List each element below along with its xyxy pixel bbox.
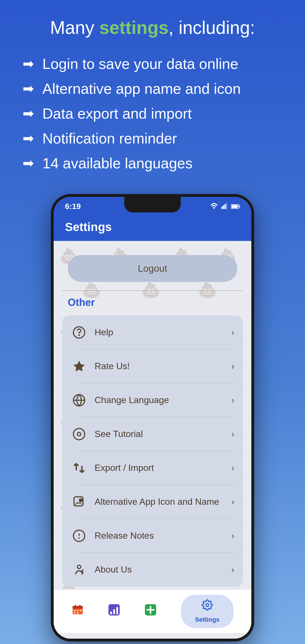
chevron-release-notes: › <box>231 530 234 541</box>
globe-icon <box>71 392 88 409</box>
menu-label-help: Help <box>95 327 224 338</box>
feature-item: ➡Alternative app name and icon <box>23 78 282 100</box>
bottom-nav: Settings <box>54 589 251 633</box>
app-icon-icon <box>71 493 88 510</box>
chevron-rate-us: › <box>231 361 234 371</box>
feature-item: ➡14 available languages <box>23 152 282 174</box>
tutorial-icon <box>71 426 88 443</box>
chevron-export-import: › <box>231 463 234 473</box>
screen-content: 💩 💩 💩 💩 💩 💩 💩 💩 💩 💩 💩 💩 💩 💩 💩 💩 <box>54 241 251 639</box>
arrow-icon: ➡ <box>23 153 34 173</box>
header-title: Many settings, including: <box>23 17 282 39</box>
header-title-start: Many <box>50 18 99 38</box>
menu-label-about-us: About Us <box>95 564 224 575</box>
svg-point-11 <box>77 432 81 436</box>
chevron-about-us: › <box>231 564 234 575</box>
svg-rect-3 <box>226 203 227 209</box>
transfer-icon <box>71 460 88 477</box>
release-notes-icon <box>71 527 88 544</box>
settings-nav-label: Settings <box>195 616 220 623</box>
arrow-icon: ➡ <box>23 79 34 99</box>
svg-rect-2 <box>225 204 226 209</box>
phone-wrapper: 6:19 ☁ <box>0 194 305 641</box>
features-list: ➡Login to save your data online➡Alternat… <box>23 53 282 174</box>
menu-label-change-language: Change Language <box>95 395 224 405</box>
logout-button[interactable]: Logout <box>68 255 237 282</box>
nav-item-add[interactable] <box>144 604 157 619</box>
help-icon <box>71 324 88 341</box>
feature-item: ➡Notification reminder <box>23 127 282 149</box>
menu-item-see-tutorial[interactable]: See Tutorial › <box>62 417 243 451</box>
menu-card: Help › Rate Us! › <box>62 316 243 587</box>
chevron-alt-app-icon: › <box>231 497 234 507</box>
svg-rect-23 <box>77 610 79 611</box>
signal-icon <box>221 202 228 211</box>
star-icon <box>71 358 88 375</box>
app-bar-title: Settings <box>65 220 112 234</box>
menu-item-export-import[interactable]: Export / Import › <box>62 451 243 485</box>
svg-point-13 <box>79 499 82 502</box>
svg-rect-5 <box>232 205 238 208</box>
status-icons <box>210 202 240 211</box>
settings-nav-icon <box>202 599 213 612</box>
arrow-icon: ➡ <box>23 103 34 124</box>
svg-point-34 <box>206 604 209 606</box>
svg-point-10 <box>73 428 85 440</box>
wifi-icon <box>210 202 218 211</box>
svg-rect-22 <box>74 610 75 611</box>
svg-rect-0 <box>221 206 223 209</box>
menu-item-rate-us[interactable]: Rate Us! › <box>62 349 243 383</box>
menu-item-change-language[interactable]: Change Language › <box>62 383 243 417</box>
svg-rect-24 <box>80 610 82 611</box>
calendar-nav-icon <box>71 604 84 619</box>
chart-nav-icon <box>108 604 120 619</box>
menu-label-alt-app-icon: Alternative App Icon and Name <box>95 497 224 507</box>
menu-item-alt-app-icon[interactable]: Alternative App Icon and Name › <box>62 485 243 519</box>
feature-text: Alternative app name and icon <box>42 78 241 100</box>
menu-item-help[interactable]: Help › <box>62 316 243 349</box>
section-other-header: Other <box>54 291 251 313</box>
svg-rect-29 <box>113 609 115 614</box>
phone-mockup: 6:19 ☁ <box>51 194 254 641</box>
svg-rect-21 <box>79 605 80 608</box>
header-title-end: , including: <box>169 18 255 38</box>
header-section: Many settings, including: ➡Login to save… <box>0 0 305 188</box>
chevron-help: › <box>231 327 234 338</box>
feature-item: ➡Login to save your data online <box>23 53 282 75</box>
menu-label-release-notes: Release Notes <box>95 530 224 541</box>
chevron-see-tutorial: › <box>231 429 234 439</box>
svg-rect-20 <box>75 605 76 608</box>
svg-rect-28 <box>110 612 112 614</box>
feature-text: Login to save your data online <box>42 53 238 75</box>
header-title-highlight: settings <box>99 18 168 38</box>
svg-point-15 <box>77 565 81 569</box>
nav-item-settings[interactable]: Settings <box>181 595 234 628</box>
about-us-icon <box>71 561 88 578</box>
menu-label-rate-us: Rate Us! <box>95 361 224 371</box>
app-bar: Settings <box>54 215 251 241</box>
nav-item-chart[interactable] <box>108 604 120 619</box>
feature-text: Notification reminder <box>42 127 177 149</box>
svg-rect-1 <box>223 205 224 209</box>
menu-item-release-notes[interactable]: Release Notes › <box>62 519 243 553</box>
menu-item-about-us[interactable]: About Us › <box>62 553 243 587</box>
status-time: 6:19 <box>65 202 81 211</box>
svg-rect-6 <box>239 206 240 207</box>
phone-notch <box>124 197 181 212</box>
menu-label-export-import: Export / Import <box>95 463 224 473</box>
phone-screen: 6:19 ☁ <box>54 197 251 639</box>
add-nav-icon <box>144 604 157 619</box>
menu-label-see-tutorial: See Tutorial <box>95 429 224 439</box>
arrow-icon: ➡ <box>23 54 34 74</box>
svg-rect-30 <box>116 607 118 614</box>
feature-item: ➡Data export and import <box>23 103 282 125</box>
svg-point-8 <box>79 335 79 336</box>
svg-rect-25 <box>74 612 75 614</box>
svg-rect-19 <box>73 606 83 609</box>
logout-container: Logout <box>54 249 251 290</box>
nav-item-calendar[interactable] <box>71 604 84 619</box>
battery-icon <box>231 202 240 211</box>
feature-text: Data export and import <box>42 103 192 125</box>
svg-rect-26 <box>77 612 79 614</box>
chevron-change-language: › <box>231 395 234 405</box>
